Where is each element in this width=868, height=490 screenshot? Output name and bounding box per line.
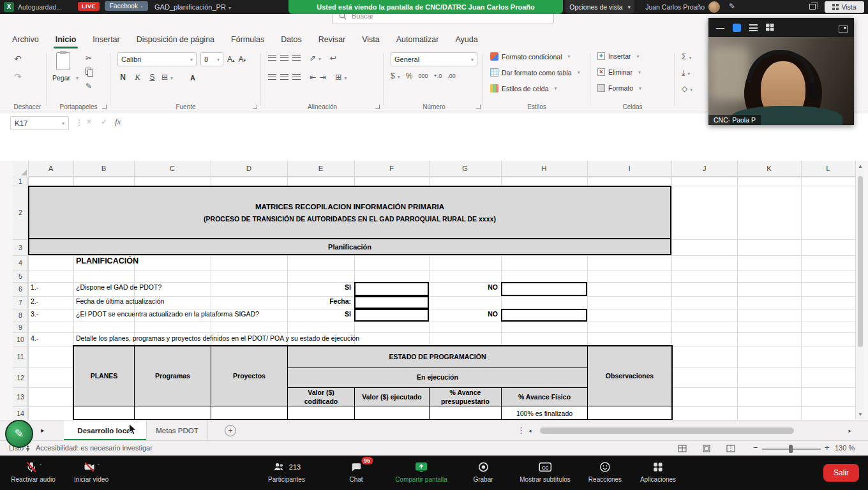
meeting-chat-button[interactable]: 95Chat bbox=[349, 460, 363, 483]
cell-q1-si-input[interactable] bbox=[354, 282, 429, 296]
meeting-people-button[interactable]: 213Participantes bbox=[268, 460, 305, 483]
sheet-tab-metas-pdot[interactable]: Metas PDOT bbox=[147, 420, 208, 441]
copy-icon[interactable] bbox=[86, 68, 91, 75]
row-header-8[interactable]: 8 bbox=[13, 309, 28, 322]
table-header-programas[interactable]: Programas bbox=[134, 346, 211, 406]
webcam-video[interactable]: CNC- Paola P bbox=[708, 37, 854, 125]
zoom-out-icon[interactable]: − bbox=[753, 443, 758, 452]
font-size-select[interactable]: 8▾ bbox=[200, 52, 223, 66]
cell-q1-no-label[interactable]: NO bbox=[429, 283, 498, 291]
add-sheet-button[interactable]: + bbox=[225, 425, 236, 436]
stop-video-view-icon[interactable] bbox=[733, 24, 741, 32]
increase-indent-icon[interactable]: ⇥ bbox=[320, 73, 326, 82]
paste-button[interactable]: Pegar▾ bbox=[52, 74, 79, 82]
align-top-icon[interactable] bbox=[268, 55, 276, 61]
meeting-cc-button[interactable]: CCMostrar subtítulos bbox=[520, 460, 570, 483]
zoom-slider-handle[interactable] bbox=[789, 445, 793, 453]
formula-bar-handle[interactable]: ⋮ bbox=[75, 118, 83, 127]
name-box[interactable]: K17▾ bbox=[10, 116, 69, 130]
cell-q4-text[interactable]: Detalle los planes, programas y proyecto… bbox=[76, 334, 359, 342]
ribbon-tab-datos[interactable]: Datos bbox=[273, 31, 310, 48]
cell-heading-planificacion[interactable]: PLANIFICACIÓN bbox=[76, 256, 138, 265]
row-header-10[interactable]: 10 bbox=[13, 332, 28, 346]
autosave-toggle[interactable]: Autoguardad... bbox=[18, 3, 62, 11]
column-header-A[interactable]: A bbox=[28, 161, 73, 177]
scroll-left-icon[interactable]: ◂ bbox=[528, 427, 532, 434]
paste-icon[interactable] bbox=[56, 52, 70, 70]
row-header-3[interactable]: 3 bbox=[13, 239, 28, 255]
account-name[interactable]: Juan Carlos Proaño bbox=[638, 3, 705, 11]
number-format-select[interactable]: General▾ bbox=[391, 52, 477, 66]
decrease-font-icon[interactable]: A▾ bbox=[239, 55, 246, 64]
ribbon-tab-f-rmulas[interactable]: Fórmulas bbox=[223, 31, 273, 48]
row-header-6[interactable]: 6 bbox=[13, 282, 28, 296]
italic-button[interactable]: K bbox=[132, 73, 143, 82]
table-header-avance-fisico[interactable]: % Avance Físico bbox=[501, 387, 588, 407]
table-row-cell[interactable] bbox=[211, 406, 288, 420]
meeting-apps-button[interactable]: Aplicaciones bbox=[640, 460, 676, 483]
column-header-E[interactable]: E bbox=[287, 161, 354, 177]
horizontal-scrollbar[interactable]: ◂ ▸ bbox=[528, 427, 851, 434]
comma-style-icon[interactable]: 000 bbox=[418, 73, 428, 79]
insert-function-icon[interactable]: fx bbox=[115, 117, 121, 127]
row-header-9[interactable]: 9 bbox=[13, 322, 28, 332]
list-view-icon[interactable] bbox=[749, 24, 758, 31]
row-header-7[interactable]: 7 bbox=[13, 296, 28, 309]
redo-icon[interactable]: ↷ bbox=[14, 71, 22, 82]
scroll-right-icon[interactable]: ▸ bbox=[848, 427, 851, 434]
table-header-estado[interactable]: ESTADO DE PROGRAMACIÓN bbox=[287, 346, 588, 368]
row-header-5[interactable]: 5 bbox=[13, 271, 28, 282]
table-row-cell[interactable] bbox=[134, 406, 211, 420]
undo-icon[interactable]: ↶ bbox=[14, 54, 22, 64]
scroll-down-icon[interactable]: ▼ bbox=[856, 412, 865, 417]
font-name-select[interactable]: Calibri▾ bbox=[117, 52, 197, 66]
view-options-button[interactable]: Opciones de vista▾ bbox=[565, 0, 634, 14]
increase-font-icon[interactable]: A▴ bbox=[227, 55, 235, 64]
select-all-corner[interactable] bbox=[13, 161, 28, 177]
dialog-launcher-icon[interactable] bbox=[253, 105, 257, 109]
table-header-valor-ejecutado[interactable]: Valor ($) ejecutado bbox=[354, 387, 430, 407]
document-title[interactable]: GAD_planificación_PR▾ bbox=[154, 3, 231, 11]
cancel-entry-icon[interactable]: × bbox=[87, 117, 91, 126]
borders-icon[interactable]: ⊞▾ bbox=[161, 73, 173, 82]
row-header-13[interactable]: 13 bbox=[13, 387, 28, 406]
column-header-K[interactable]: K bbox=[737, 161, 801, 177]
cell-q3-no-input[interactable] bbox=[501, 309, 587, 322]
cell-q2-fecha-label[interactable]: Fecha: bbox=[287, 297, 351, 305]
table-cell-nota-100[interactable]: 100% es finalizado bbox=[501, 406, 588, 420]
cell-q3-si-input[interactable] bbox=[354, 309, 429, 322]
column-header-F[interactable]: F bbox=[354, 161, 429, 177]
column-header-B[interactable]: B bbox=[73, 161, 134, 177]
zoom-level[interactable]: 130 % bbox=[835, 444, 855, 452]
meeting-mic-button[interactable]: ˆReactivar audio bbox=[11, 460, 55, 483]
column-header-D[interactable]: D bbox=[211, 161, 287, 177]
table-row-cell[interactable] bbox=[587, 406, 672, 420]
cell-q3-text[interactable]: ¿El PDOT se encuentra actualizado en la … bbox=[76, 310, 259, 318]
underline-button[interactable]: S bbox=[147, 73, 158, 82]
normal-view-icon[interactable] bbox=[678, 445, 687, 454]
cell-q1-si-label[interactable]: SI bbox=[287, 283, 351, 291]
cell-q3-no-label[interactable]: NO bbox=[429, 310, 498, 318]
cell-q1-number[interactable]: 1.- bbox=[31, 283, 38, 291]
cut-icon[interactable]: ✂ bbox=[86, 54, 92, 63]
delete-cells-button[interactable]: ×Eliminar▾ bbox=[597, 68, 641, 76]
table-header-observaciones[interactable]: Observaciones bbox=[587, 346, 672, 406]
cell-q3-si-label[interactable]: SI bbox=[287, 310, 351, 318]
vertical-scrollbar[interactable]: ▲ ▼ bbox=[855, 161, 864, 420]
format-painter-icon[interactable]: ✎ bbox=[86, 82, 92, 91]
ribbon-tab-disposici-n-de-p-gina[interactable]: Disposición de página bbox=[128, 31, 223, 48]
formula-input-area[interactable] bbox=[0, 133, 868, 161]
decrease-decimal-icon[interactable]: .00 bbox=[447, 73, 456, 79]
meeting-smile-button[interactable]: Reacciones bbox=[588, 460, 622, 483]
cell-q4-number[interactable]: 4.- bbox=[31, 334, 38, 342]
column-header-G[interactable]: G bbox=[429, 161, 501, 177]
cell-matrix-title[interactable]: MATRICES RECOPILACION INFORMACIÓN PRIMAR… bbox=[28, 186, 671, 239]
cell-styles-button[interactable]: Estilos de celda▾ bbox=[490, 84, 557, 93]
cell-q2-text[interactable]: Fecha de última actualización bbox=[76, 297, 164, 305]
table-row-cell[interactable] bbox=[287, 406, 355, 420]
clear-icon[interactable]: ◇▾ bbox=[682, 84, 692, 93]
fill-down-icon[interactable]: ⤓▾ bbox=[682, 68, 690, 77]
table-header-avance-presupuestario[interactable]: % Avance presupuestario bbox=[429, 387, 502, 407]
align-middle-icon[interactable] bbox=[280, 55, 288, 61]
wrap-text-icon[interactable]: ↩ bbox=[330, 54, 336, 63]
